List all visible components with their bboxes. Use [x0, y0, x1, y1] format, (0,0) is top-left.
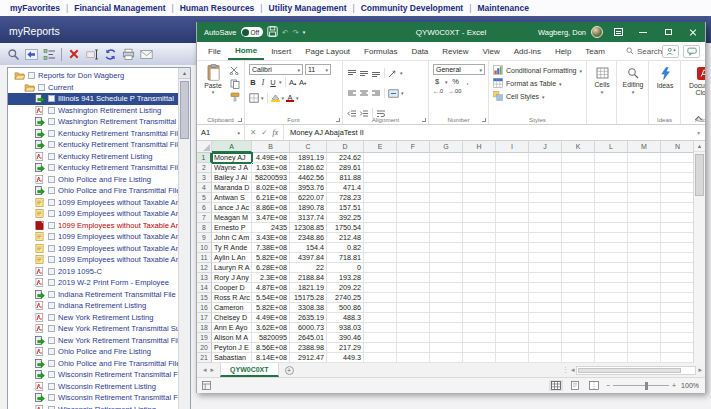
cell-C21[interactable]: 2912.47	[290, 353, 327, 363]
cell-M16[interactable]	[628, 303, 661, 313]
comma-style-button[interactable]: ,	[464, 77, 472, 86]
cell-H5[interactable]	[463, 193, 496, 203]
close-button[interactable]	[683, 22, 703, 42]
formula-bar-value[interactable]: Money AJ AbajaTest II	[284, 128, 697, 137]
prev-sheet-icon[interactable]: ◂	[203, 366, 207, 374]
tree-item-checkbox[interactable]	[38, 84, 45, 91]
cell-M12[interactable]	[628, 263, 661, 273]
tree-item[interactable]: Wisconsin Retirement Listing	[8, 381, 178, 393]
cell-A4[interactable]: Maranda D	[212, 183, 252, 193]
increase-decimal-button[interactable]: ←.0	[433, 88, 443, 94]
column-header-J[interactable]: J	[529, 141, 562, 153]
tree-item[interactable]: Indiana Retirement Transmittal File	[8, 289, 178, 301]
editing-button[interactable]: Editing ▾	[621, 64, 645, 96]
cell-I18[interactable]	[496, 323, 529, 333]
row-header-8[interactable]: 8	[197, 223, 212, 233]
cell-A9[interactable]: John C Am	[212, 233, 252, 243]
cell-J9[interactable]	[529, 233, 562, 243]
cell-K5[interactable]	[562, 193, 595, 203]
cell-C13[interactable]: 2188.84	[290, 273, 327, 283]
delete-icon[interactable]	[66, 46, 82, 62]
cell-N11[interactable]	[661, 253, 695, 263]
tree-item-checkbox[interactable]	[48, 371, 55, 378]
cell-I14[interactable]	[496, 283, 529, 293]
cell-N18[interactable]	[661, 323, 695, 333]
ribbon-tab-view[interactable]: View	[476, 42, 507, 60]
cell-D8[interactable]: 1750.54	[327, 223, 364, 233]
cell-H9[interactable]	[463, 233, 496, 243]
ribbon-tab-add-ins[interactable]: Add-ins	[507, 42, 548, 60]
cell-G21[interactable]	[430, 353, 463, 363]
cell-E5[interactable]	[364, 193, 397, 203]
cell-I6[interactable]	[496, 203, 529, 213]
row-header-21[interactable]: 21	[197, 353, 212, 363]
cell-A20[interactable]: Peyton J E	[212, 343, 252, 353]
font-color-button[interactable]: A	[286, 94, 294, 102]
row-header-17[interactable]: 17	[197, 313, 212, 323]
cell-L3[interactable]	[595, 173, 628, 183]
cell-F11[interactable]	[397, 253, 430, 263]
cell-A19[interactable]: Alison M A	[212, 333, 252, 343]
cell-F16[interactable]	[397, 303, 430, 313]
cell-H15[interactable]	[463, 293, 496, 303]
cell-N3[interactable]	[661, 173, 695, 183]
tree-item[interactable]: 1099 Employees without Taxable Amounts	[8, 254, 178, 266]
cell-G6[interactable]	[430, 203, 463, 213]
cell-G20[interactable]	[430, 343, 463, 353]
cell-J2[interactable]	[529, 163, 562, 173]
tree-item[interactable]: Ohio Police and Fire Listing	[8, 174, 178, 186]
row-header-19[interactable]: 19	[197, 333, 212, 343]
cell-F4[interactable]	[397, 183, 430, 193]
column-header-L[interactable]: L	[595, 141, 628, 153]
tree-item[interactable]: Wisconsin Retirement Transmittal File	[8, 369, 178, 381]
scroll-up-icon[interactable]: ▲	[694, 141, 705, 152]
cell-L19[interactable]	[595, 333, 628, 343]
normal-view-icon[interactable]	[549, 380, 563, 391]
italic-button[interactable]: I	[259, 78, 267, 87]
scroll-up-icon[interactable]: ▴	[179, 68, 190, 79]
cell-C15[interactable]: 15175.28	[290, 293, 327, 303]
cell-A11[interactable]: Aylin L An	[212, 253, 252, 263]
cell-A21[interactable]: Sabastian	[212, 353, 252, 363]
cell-G7[interactable]	[430, 213, 463, 223]
cell-H20[interactable]	[463, 343, 496, 353]
scroll-right-icon[interactable]: ▸	[698, 366, 702, 374]
tree-item[interactable]: New York Retirement Transmittal Summary	[8, 323, 178, 335]
cell-I8[interactable]	[496, 223, 529, 233]
cell-I7[interactable]	[496, 213, 529, 223]
cell-E21[interactable]	[364, 353, 397, 363]
cell-C11[interactable]: 4397.84	[290, 253, 327, 263]
cell-D2[interactable]: 289.61	[327, 163, 364, 173]
expand-formula-bar-icon[interactable]: ▾	[697, 130, 705, 136]
row-header-5[interactable]: 5	[197, 193, 212, 203]
zoom-thumb[interactable]	[645, 382, 648, 390]
vscroll-thumb[interactable]	[695, 154, 704, 196]
row-header-11[interactable]: 11	[197, 253, 212, 263]
cell-K8[interactable]	[562, 223, 595, 233]
cell-D1[interactable]: 224.62	[327, 153, 364, 163]
cell-M6[interactable]	[628, 203, 661, 213]
tree-item[interactable]: 2019 1095-C	[8, 266, 178, 278]
ribbon-tab-file[interactable]: File	[201, 42, 228, 60]
ribbon-tab-insert[interactable]: Insert	[264, 42, 298, 60]
orientation-icon[interactable]	[388, 64, 398, 82]
cell-A1[interactable]: Money AJ	[212, 153, 252, 163]
accessibility-status-icon[interactable]	[202, 381, 211, 391]
cell-G16[interactable]	[430, 303, 463, 313]
cell-N6[interactable]	[661, 203, 695, 213]
cell-J17[interactable]	[529, 313, 562, 323]
cell-B20[interactable]: 8.56E+08	[252, 343, 290, 353]
cell-D10[interactable]: 0.82	[327, 243, 364, 253]
cell-N19[interactable]	[661, 333, 695, 343]
cell-N12[interactable]	[661, 263, 695, 273]
cell-K13[interactable]	[562, 273, 595, 283]
cell-C16[interactable]: 3308.38	[290, 303, 327, 313]
cell-K15[interactable]	[562, 293, 595, 303]
cell-I10[interactable]	[496, 243, 529, 253]
autosave-toggle[interactable]: Off	[241, 27, 264, 37]
cell-H17[interactable]	[463, 313, 496, 323]
cell-N2[interactable]	[661, 163, 695, 173]
format-painter-icon[interactable]	[228, 91, 241, 102]
cell-J20[interactable]	[529, 343, 562, 353]
cell-M17[interactable]	[628, 313, 661, 323]
